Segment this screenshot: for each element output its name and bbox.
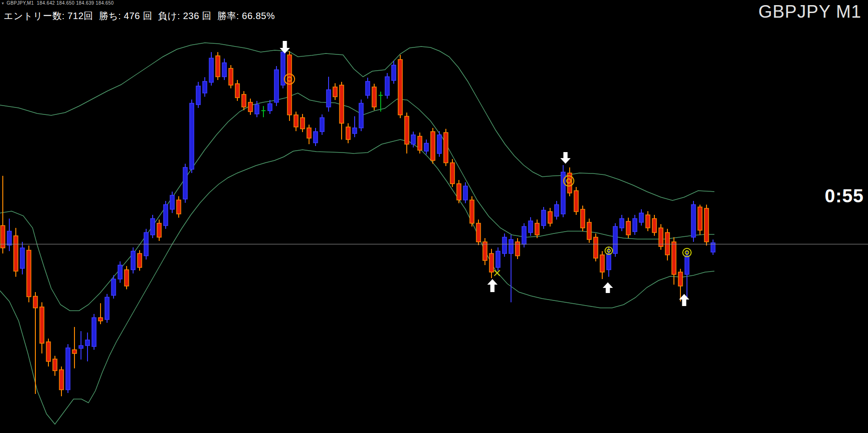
bear-candle-body: [27, 250, 31, 297]
bull-candle-body: [255, 105, 259, 114]
bull-candle-body: [639, 213, 644, 222]
bear-candle-body: [705, 208, 709, 242]
bear-candle-body: [47, 342, 51, 361]
bull-candle-body: [196, 86, 201, 105]
bear-candle-body: [405, 116, 409, 144]
symbol-ohlc-info[interactable]: ▼GBPJPY,M1 184.642 184.650 184.639 184.6…: [1, 0, 114, 7]
bear-candle-body: [626, 221, 631, 235]
candle-countdown-timer: 0:55: [825, 186, 864, 207]
bull-candle-body: [275, 70, 279, 102]
bull-candle-body: [105, 297, 109, 320]
mt4-chart-window: ▼GBPJPY,M1 184.642 184.650 184.639 184.6…: [0, 0, 868, 433]
bull-candle-body: [555, 205, 559, 216]
symbol-dropdown-icon[interactable]: ▼: [1, 1, 5, 6]
bull-candle-body: [268, 104, 272, 111]
bull-candle-body: [203, 81, 207, 93]
bull-candle-body: [411, 135, 416, 144]
price-chart-canvas: [0, 0, 868, 433]
bear-candle-body: [1, 226, 5, 248]
bear-candle-body: [666, 233, 670, 255]
bear-candle-body: [294, 115, 298, 127]
bull-candle-body: [151, 219, 155, 235]
symbol-ohlc-text: GBPJPY,M1 184.642 184.650 184.639 184.65…: [7, 0, 114, 6]
bull-candle-body: [509, 240, 513, 253]
bull-candle-body: [131, 251, 135, 270]
bull-candle-body: [607, 253, 611, 270]
bull-candle-body: [7, 231, 12, 245]
bollinger-bands: [0, 43, 714, 424]
bear-candle-body: [60, 370, 64, 390]
sell-entry-arrow-icon: [560, 152, 571, 164]
bear-candle-body: [698, 207, 702, 230]
bear-candle-body: [398, 60, 403, 115]
bear-candle-body: [34, 296, 38, 308]
bear-candle-body: [216, 56, 220, 77]
bear-candle-body: [229, 68, 233, 85]
bear-candle-body: [249, 102, 253, 112]
bear-candle-body: [242, 94, 246, 107]
bull-candle-body: [112, 279, 116, 295]
bull-candle-body: [183, 167, 188, 199]
bull-candle-body: [633, 219, 637, 232]
bull-candle-body: [437, 135, 442, 153]
bear-candle-body: [307, 128, 311, 138]
bull-candle-body: [503, 237, 507, 253]
bull-candle-body: [79, 346, 83, 348]
bear-candle-body: [483, 242, 487, 260]
bear-candle-body: [548, 212, 552, 223]
bear-candle-body: [672, 242, 676, 274]
sell-entry-arrow-icon: [280, 41, 290, 53]
buy-entry-arrow-icon: [603, 282, 613, 293]
bull-candle-body: [522, 226, 526, 244]
bull-candle-body: [685, 256, 689, 274]
bull-candle-body: [692, 205, 696, 237]
bear-candle-body: [288, 55, 292, 115]
bear-candle-body: [477, 223, 481, 242]
symbol-watermark: GBPJPY M1: [758, 2, 861, 22]
bear-candle-body: [418, 136, 422, 150]
bear-candle-body: [14, 236, 18, 271]
bear-candle-body: [138, 253, 142, 267]
exit-cross-icon: [494, 270, 500, 276]
bear-candle-body: [177, 200, 181, 214]
bollinger-upper-band-line: [0, 43, 714, 200]
bear-candle-body: [646, 215, 650, 228]
bear-candle-body: [125, 270, 129, 286]
bull-candle-body: [66, 348, 70, 390]
bear-candle-body: [679, 272, 683, 286]
bull-candle-body: [222, 63, 227, 77]
bear-candle-body: [457, 184, 461, 200]
bear-candle-body: [535, 223, 539, 235]
bear-candle-body: [600, 255, 605, 272]
bull-candle-body: [20, 248, 25, 268]
bear-candle-body: [236, 84, 240, 98]
bull-candle-body: [359, 103, 363, 128]
bull-candle-body: [86, 340, 90, 346]
bull-candle-body: [366, 81, 370, 95]
bear-candle-body: [490, 253, 494, 272]
entry-stats-label: エントリー数: 712回 勝ち: 476 回 負け: 236 回 勝率: 66.…: [4, 10, 275, 22]
bear-candle-body: [40, 307, 44, 343]
bear-candle-body: [340, 85, 344, 123]
bear-candle-body: [444, 133, 448, 163]
bull-candle-body: [464, 186, 468, 200]
bear-candle-body: [99, 318, 103, 321]
bull-candle-body: [190, 103, 194, 169]
bull-candle-body: [164, 205, 168, 226]
bull-candle-body: [385, 77, 390, 95]
bear-candle-body: [73, 350, 77, 353]
bull-candle-body: [118, 265, 122, 279]
bear-candle-body: [587, 222, 592, 240]
bull-candle-body: [392, 65, 396, 80]
bear-candle-body: [653, 219, 657, 233]
bull-candle-body: [620, 219, 624, 228]
bollinger-middle-band-line: [0, 93, 714, 311]
bull-candle-body: [209, 58, 214, 82]
bull-candle-body: [613, 226, 618, 253]
trade-markers: [280, 41, 691, 306]
bull-candle-body: [314, 132, 318, 143]
bull-candle-body: [353, 128, 357, 133]
bear-candle-body: [659, 228, 663, 246]
bear-candle-body: [594, 237, 598, 258]
bull-candle-body: [424, 143, 429, 151]
